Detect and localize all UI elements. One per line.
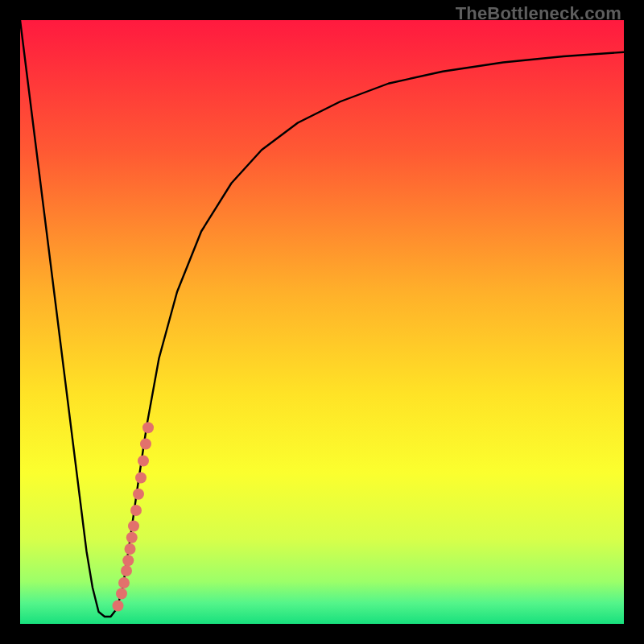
highlight-dot: [128, 521, 139, 532]
highlight-dot: [113, 601, 124, 612]
highlight-dot: [138, 456, 149, 467]
highlight-dot: [116, 588, 127, 600]
highlight-dot: [121, 565, 132, 576]
highlight-dot: [122, 555, 134, 566]
highlight-dot: [126, 532, 138, 543]
chart-svg: [20, 20, 624, 624]
plot-area: [20, 20, 624, 624]
highlight-dot: [133, 489, 144, 500]
highlight-dot: [118, 577, 130, 588]
highlight-dot: [142, 422, 154, 433]
watermark-text: TheBottleneck.com: [456, 3, 621, 24]
highlight-dot: [135, 473, 147, 484]
highlight-dot: [130, 505, 142, 516]
highlight-dot: [125, 543, 136, 555]
chart-frame: TheBottleneck.com: [0, 0, 644, 644]
highlight-dot: [140, 439, 151, 450]
